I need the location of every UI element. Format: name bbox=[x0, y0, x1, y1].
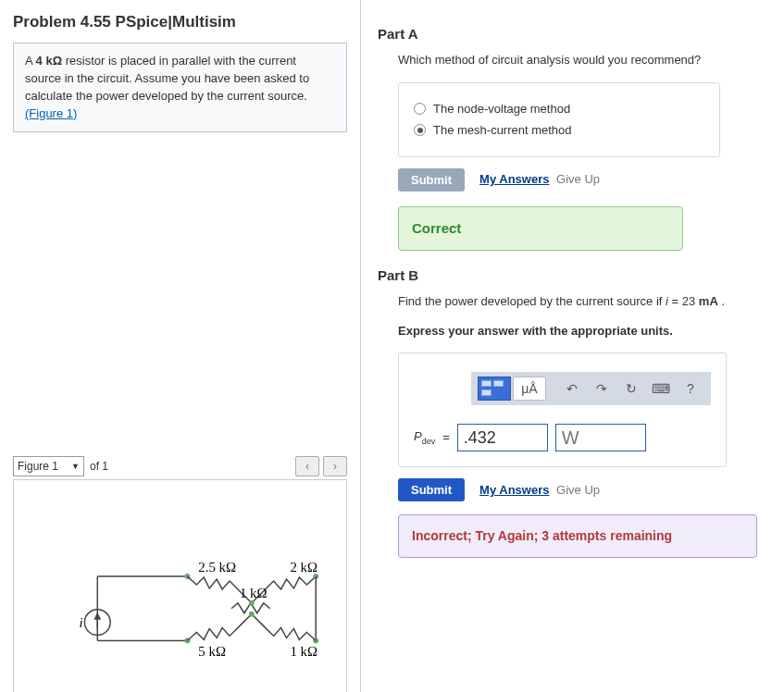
part-a-my-answers-link[interactable]: My Answers bbox=[479, 172, 549, 186]
problem-intro: A 4 kΩ resistor is placed in parallel wi… bbox=[13, 43, 347, 132]
redo-button[interactable]: ↷ bbox=[587, 375, 616, 402]
problem-title: Problem 4.55 PSpice|Multisim bbox=[13, 13, 347, 31]
mu-a-icon: μÅ bbox=[513, 377, 546, 401]
figure-link[interactable]: (Figure 1) bbox=[25, 106, 77, 120]
part-b-my-answers-link[interactable]: My Answers bbox=[479, 483, 549, 497]
undo-button[interactable]: ↶ bbox=[557, 375, 587, 402]
figure-canvas: i 2.5 kΩ 2 kΩ 5 kΩ 1 kΩ bbox=[13, 479, 347, 692]
equals-sign: = bbox=[442, 428, 450, 447]
part-b-hint: Express your answer with the appropriate… bbox=[398, 322, 767, 340]
answer-unit-input[interactable] bbox=[555, 424, 646, 451]
intro-post: resistor is placed in parallel with the … bbox=[25, 54, 309, 103]
intro-value: 4 kΩ bbox=[36, 54, 63, 68]
units-button[interactable]: μÅ bbox=[512, 375, 547, 402]
option-label: The node-voltage method bbox=[433, 100, 570, 118]
r-2_5k-label: 2.5 kΩ bbox=[198, 561, 236, 575]
figure-bar: Figure 1 ▼ of 1 ‹ › bbox=[13, 456, 347, 476]
figure-next-button[interactable]: › bbox=[323, 456, 347, 476]
answer-toolbar: μÅ ↶ ↷ ↻ ⌨ ? bbox=[471, 372, 711, 405]
q-eq: = 23 bbox=[668, 294, 699, 308]
svg-marker-3 bbox=[93, 612, 101, 620]
q-unit: mA bbox=[699, 294, 718, 308]
chevron-down-icon: ▼ bbox=[71, 462, 80, 471]
figure-selected-label: Figure 1 bbox=[18, 460, 58, 473]
r-5k-label: 5 kΩ bbox=[198, 645, 226, 660]
figure-of-text: of 1 bbox=[90, 460, 108, 473]
part-a-result: Correct bbox=[398, 206, 683, 252]
part-a-give-up-link[interactable]: Give Up bbox=[556, 172, 600, 186]
r-2k-label: 2 kΩ bbox=[290, 561, 317, 575]
part-b-answer-box: μÅ ↶ ↷ ↻ ⌨ ? Pdev = bbox=[398, 352, 727, 467]
svg-point-14 bbox=[249, 600, 255, 606]
part-a-submit-button[interactable]: Submit bbox=[398, 168, 465, 192]
part-b-title: Part B bbox=[378, 267, 767, 283]
part-a-question: Which method of circuit analysis would y… bbox=[398, 51, 767, 69]
figure-dropdown[interactable]: Figure 1 ▼ bbox=[13, 456, 84, 476]
template-button[interactable] bbox=[477, 375, 512, 402]
radio-icon[interactable] bbox=[414, 124, 426, 136]
radio-icon[interactable] bbox=[414, 103, 426, 115]
part-b-question: Find the power developed by the current … bbox=[398, 292, 767, 311]
option-label: The mesh-current method bbox=[433, 121, 572, 140]
r-1k-top-label: 1 kΩ bbox=[240, 586, 268, 600]
part-a-title: Part A bbox=[378, 26, 767, 42]
reset-button[interactable]: ↻ bbox=[616, 375, 646, 402]
figure-prev-button[interactable]: ‹ bbox=[295, 456, 319, 476]
r-1k-bottom-label: 1 kΩ bbox=[290, 645, 317, 660]
part-b-give-up-link[interactable]: Give Up bbox=[556, 483, 600, 497]
part-a-options: The node-voltage method The mesh-current… bbox=[398, 82, 720, 157]
part-b-result: Incorrect; Try Again; 3 attempts remaini… bbox=[398, 514, 757, 558]
help-button[interactable]: ? bbox=[676, 375, 705, 402]
intro-pre: A bbox=[25, 54, 36, 68]
q-pre: Find the power developed by the current … bbox=[398, 294, 666, 308]
svg-point-15 bbox=[249, 612, 255, 617]
option-mesh-current[interactable]: The mesh-current method bbox=[414, 121, 704, 140]
current-label: i bbox=[79, 615, 82, 630]
pdev-label: Pdev bbox=[414, 427, 435, 448]
part-b-submit-button[interactable]: Submit bbox=[398, 478, 465, 501]
option-node-voltage[interactable]: The node-voltage method bbox=[414, 100, 704, 118]
answer-value-input[interactable] bbox=[457, 424, 548, 451]
keyboard-button[interactable]: ⌨ bbox=[646, 375, 676, 402]
